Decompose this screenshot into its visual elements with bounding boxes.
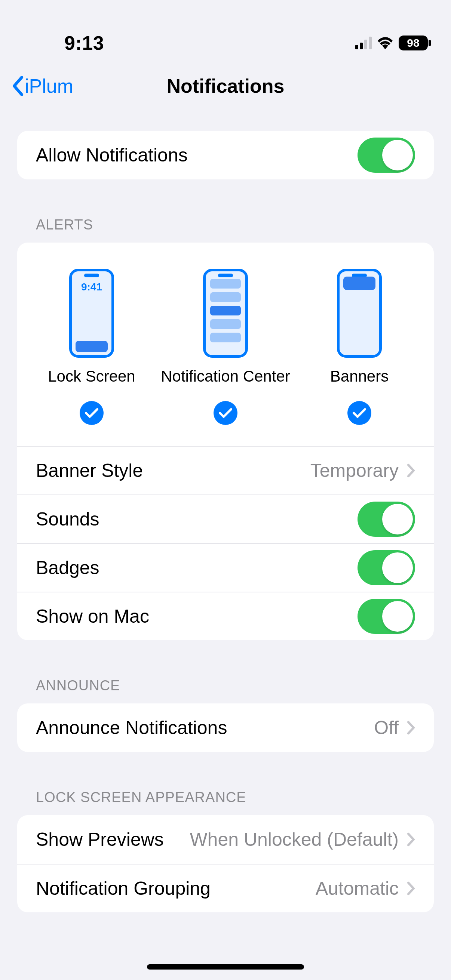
page-title: Notifications bbox=[167, 75, 285, 97]
announce-notifications-label: Announce Notifications bbox=[36, 717, 227, 738]
check-icon bbox=[85, 408, 98, 418]
alert-option-checkmark[interactable] bbox=[214, 401, 237, 425]
check-icon bbox=[219, 408, 232, 418]
lock-screen-glyph: 9:41 bbox=[69, 269, 114, 358]
check-icon bbox=[353, 408, 366, 418]
show-previews-value: When Unlocked (Default) bbox=[190, 829, 398, 850]
badges-label: Badges bbox=[36, 557, 99, 579]
banner-style-row[interactable]: Banner Style Temporary bbox=[17, 446, 434, 495]
show-previews-row[interactable]: Show Previews When Unlocked (Default) bbox=[17, 815, 434, 864]
lock-screen-appearance-header: LOCK SCREEN APPEARANCE bbox=[36, 789, 434, 805]
battery-icon: 98 bbox=[398, 35, 428, 51]
battery-level: 98 bbox=[407, 37, 419, 49]
allow-notifications-group: Allow Notifications bbox=[17, 131, 434, 180]
sounds-toggle[interactable] bbox=[357, 501, 415, 537]
announce-header: ANNOUNCE bbox=[36, 678, 434, 694]
lock-screen-appearance-group: Show Previews When Unlocked (Default) No… bbox=[17, 815, 434, 912]
sounds-label: Sounds bbox=[36, 508, 99, 530]
alert-style-options: 9:41 Lock Screen Notification Center bbox=[17, 243, 434, 446]
show-previews-label: Show Previews bbox=[36, 829, 164, 850]
chevron-right-icon bbox=[407, 463, 415, 478]
alerts-header: ALERTS bbox=[36, 217, 434, 233]
lock-screen-glyph-time: 9:41 bbox=[81, 281, 102, 293]
chevron-right-icon bbox=[407, 832, 415, 846]
chevron-right-icon bbox=[407, 721, 415, 735]
allow-notifications-label: Allow Notifications bbox=[36, 144, 188, 166]
alert-option-label: Banners bbox=[330, 368, 389, 385]
back-label: iPlum bbox=[25, 75, 73, 97]
allow-notifications-row[interactable]: Allow Notifications bbox=[17, 131, 434, 180]
alert-option-banners[interactable]: Banners bbox=[292, 269, 426, 425]
cellular-icon bbox=[355, 37, 372, 49]
banner-style-value: Temporary bbox=[311, 460, 398, 481]
alert-option-checkmark[interactable] bbox=[80, 401, 104, 425]
alert-option-lock-screen[interactable]: 9:41 Lock Screen bbox=[25, 269, 159, 425]
announce-notifications-value: Off bbox=[374, 717, 398, 738]
alert-option-label: Notification Center bbox=[161, 368, 290, 385]
alert-option-label: Lock Screen bbox=[48, 368, 135, 385]
allow-notifications-toggle[interactable] bbox=[357, 138, 415, 173]
show-on-mac-label: Show on Mac bbox=[36, 606, 149, 627]
alert-option-notification-center[interactable]: Notification Center bbox=[159, 269, 292, 425]
show-on-mac-toggle[interactable] bbox=[357, 599, 415, 634]
chevron-left-icon bbox=[11, 76, 24, 96]
home-indicator[interactable] bbox=[147, 964, 304, 969]
wifi-icon bbox=[377, 37, 394, 49]
banners-glyph bbox=[337, 269, 382, 358]
announce-group: Announce Notifications Off bbox=[17, 703, 434, 752]
nav-bar: iPlum Notifications bbox=[0, 64, 451, 108]
status-bar: 9:13 98 bbox=[0, 0, 451, 64]
alert-option-checkmark[interactable] bbox=[347, 401, 371, 425]
notification-center-glyph bbox=[203, 269, 248, 358]
sounds-row[interactable]: Sounds bbox=[17, 495, 434, 543]
alerts-group: 9:41 Lock Screen Notification Center bbox=[17, 243, 434, 640]
announce-notifications-row[interactable]: Announce Notifications Off bbox=[17, 703, 434, 752]
status-time: 9:13 bbox=[64, 32, 104, 54]
back-button[interactable]: iPlum bbox=[11, 75, 73, 97]
chevron-right-icon bbox=[407, 881, 415, 896]
notification-grouping-label: Notification Grouping bbox=[36, 878, 210, 899]
badges-toggle[interactable] bbox=[357, 550, 415, 585]
badges-row[interactable]: Badges bbox=[17, 543, 434, 592]
show-on-mac-row[interactable]: Show on Mac bbox=[17, 592, 434, 640]
notification-grouping-row[interactable]: Notification Grouping Automatic bbox=[17, 864, 434, 912]
notification-grouping-value: Automatic bbox=[316, 878, 398, 899]
status-icons: 98 bbox=[355, 35, 428, 51]
banner-style-label: Banner Style bbox=[36, 460, 143, 481]
